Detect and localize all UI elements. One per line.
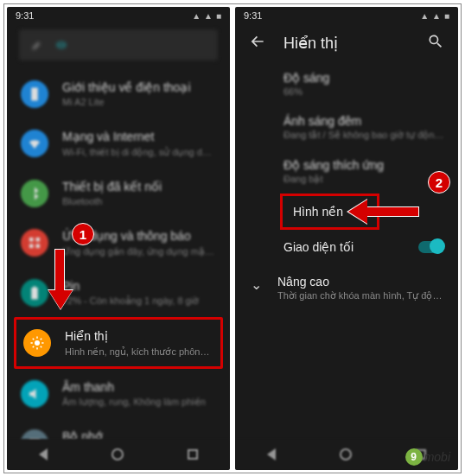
row-title: Nâng cao <box>277 275 444 289</box>
status-icons: ▲▲■ <box>420 11 449 21</box>
svg-point-4 <box>35 340 40 346</box>
nav-bar <box>7 439 230 470</box>
edit-icon <box>31 39 43 51</box>
display-settings-list: Độ sáng 66% Ánh sáng đêm Đang tắt / Sẽ k… <box>235 62 458 264</box>
advanced-row[interactable]: ⌄ Nâng cao Thời gian chờ khóa màn hình, … <box>235 264 458 312</box>
settings-search-bar[interactable] <box>19 29 218 60</box>
battery-row[interactable]: Pin72% - Còn khoảng 1 ngày, 8 giờ <box>7 268 230 317</box>
sound-row[interactable]: Âm thanhÂm lượng, rung, Không làm phiền <box>7 369 230 418</box>
dark-theme-row[interactable]: Giao diện tối <box>283 230 458 264</box>
row-sub: 66% <box>283 86 444 97</box>
back-icon[interactable] <box>249 33 266 54</box>
row-title: Độ sáng thích ứng <box>283 158 444 172</box>
chevron-down-icon: ⌄ <box>251 276 262 293</box>
apps-icon <box>27 235 42 251</box>
row-sub: Hình nền, ngủ, kích thước phông chữ <box>65 346 213 358</box>
right-phone-display-settings: 9:31 ▲▲■ Hiển thị Độ sáng 66% Ánh sáng đ… <box>235 7 458 470</box>
settings-list: Giới thiệu về điện thoạiMi A2 Lite Mạng … <box>7 67 230 470</box>
display-row[interactable]: Hiển thịHình nền, ngủ, kích thước phông … <box>16 320 220 365</box>
row-title: Pin <box>62 278 216 294</box>
network-row[interactable]: Mạng và InternetWi-Fi, thiết bị di động,… <box>7 118 230 168</box>
sound-icon <box>27 386 42 402</box>
page-title: Hiển thị <box>283 34 410 53</box>
svg-rect-1 <box>36 238 41 242</box>
row-sub: Âm lượng, rung, Không làm phiền <box>62 396 216 408</box>
status-bar: 9:31 ▲▲■ <box>235 7 458 22</box>
nav-home-icon[interactable] <box>340 448 352 460</box>
apps-row[interactable]: Ứng dụng và thông báoỨng dụng gần đây, ứ… <box>7 218 230 267</box>
nav-back-icon[interactable] <box>39 448 48 460</box>
svg-rect-3 <box>36 244 41 249</box>
connected-devices-row[interactable]: Thiết bị đã kết nốiBluetooth <box>7 168 230 218</box>
row-sub: Wi-Fi, thiết bị di động, sử dụng dữ liệu… <box>62 146 216 158</box>
search-icon[interactable] <box>427 33 444 54</box>
row-title: Giới thiệu về điện thoại <box>62 79 216 95</box>
row-sub: 72% - Còn khoảng 1 ngày, 8 giờ <box>62 295 216 307</box>
watermark-logo: 9 <box>405 448 423 466</box>
watermark: 9 mobi <box>405 448 450 466</box>
app-bar: Hiển thị <box>235 22 458 62</box>
row-title: Mạng và Internet <box>62 129 216 144</box>
row-title: Thiết bị đã kết nối <box>62 179 216 194</box>
row-title: Hiển thị <box>65 328 213 344</box>
arrow-1 <box>54 249 65 292</box>
status-icons: ▲▲■ <box>192 11 221 21</box>
row-title: Giao diện tối <box>283 240 354 254</box>
dark-theme-toggle[interactable] <box>418 241 444 253</box>
display-row-highlight: Hiển thịHình nền, ngủ, kích thước phông … <box>14 317 223 368</box>
row-sub: Thời gian chờ khóa màn hình, Tự động xoa… <box>277 290 444 301</box>
brightness-row[interactable]: Độ sáng 66% <box>283 62 458 105</box>
about-phone-row[interactable]: Giới thiệu về điện thoạiMi A2 Lite <box>7 69 230 118</box>
nav-home-icon[interactable] <box>111 448 124 460</box>
row-title: Độ sáng <box>283 71 444 85</box>
row-title: Âm thanh <box>62 379 216 395</box>
step-badge-1: 1 <box>72 223 94 245</box>
wifi-icon <box>27 136 42 151</box>
status-bar: 9:31 ▲▲■ <box>7 7 230 22</box>
row-sub: Đang tắt / Sẽ không bao giờ tự động bật <box>283 130 444 141</box>
left-phone-settings: 9:31 ▲▲■ Giới thiệu về điện thoạiMi A2 L… <box>7 7 230 470</box>
display-icon <box>29 335 45 351</box>
svg-rect-2 <box>29 244 34 249</box>
eye-icon <box>55 39 67 51</box>
row-sub: Mi A2 Lite <box>62 96 216 108</box>
status-time: 9:31 <box>16 10 34 21</box>
row-sub: Ứng dụng gần đây, ứng dụng mặc định <box>62 245 216 257</box>
phone-icon <box>27 86 42 102</box>
watermark-text: mobi <box>424 450 450 464</box>
nav-recent-icon[interactable] <box>188 449 198 460</box>
svg-rect-0 <box>29 238 34 242</box>
row-sub: Bluetooth <box>62 195 216 207</box>
status-time: 9:31 <box>244 10 262 21</box>
row-title: Ánh sáng đêm <box>283 114 444 128</box>
row-sub: Đang bật <box>283 174 444 185</box>
battery-icon <box>27 285 42 301</box>
arrow-2 <box>366 206 419 217</box>
night-light-row[interactable]: Ánh sáng đêm Đang tắt / Sẽ không bao giờ… <box>283 105 458 149</box>
bluetooth-icon <box>27 186 42 201</box>
nav-back-icon[interactable] <box>267 448 276 460</box>
step-badge-2: 2 <box>428 171 450 194</box>
